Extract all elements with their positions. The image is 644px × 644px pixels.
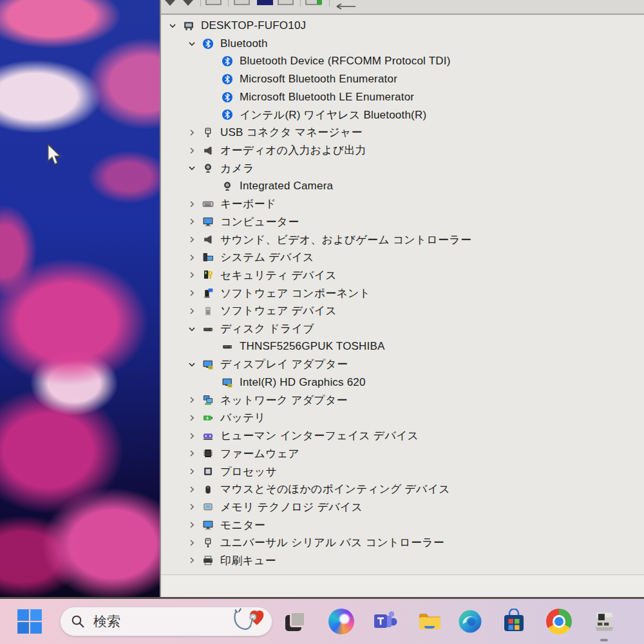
- tree-item[interactable]: 印刷キュー: [161, 552, 644, 570]
- tree-item[interactable]: THNSF5256GPUK TOSHIBA: [161, 337, 644, 355]
- tree-item-label: セキュリティ デバイス: [220, 268, 337, 283]
- tree-item[interactable]: コンピューター: [161, 213, 644, 231]
- tree-item[interactable]: カメラ: [161, 160, 644, 178]
- chevron-down-icon[interactable]: [187, 359, 197, 370]
- chevron-right-icon[interactable]: [187, 520, 197, 530]
- tree-item[interactable]: Microsoft Bluetooth LE Enumerator: [161, 88, 644, 106]
- tree-item[interactable]: Intel(R) HD Graphics 620: [161, 374, 644, 392]
- tree-item[interactable]: キーボード: [161, 195, 644, 213]
- tree-item[interactable]: サウンド、ビデオ、およびゲーム コントローラー: [161, 231, 644, 249]
- tree-item[interactable]: セキュリティ デバイス: [161, 267, 644, 285]
- chevron-right-icon[interactable]: [187, 431, 197, 441]
- tree-item[interactable]: ソフトウェア デバイス: [161, 302, 644, 320]
- tree-item[interactable]: Bluetooth Device (RFCOMM Protocol TDI): [161, 52, 644, 70]
- tree-item[interactable]: インテル(R) ワイヤレス Bluetooth(R): [161, 106, 644, 124]
- firmware-icon: [202, 448, 214, 459]
- tree-item[interactable]: システム デバイス: [161, 249, 644, 267]
- taskbar-edge-button[interactable]: [457, 609, 483, 634]
- chevron-right-icon[interactable]: [187, 270, 197, 280]
- toolbar-separator: [300, 0, 301, 6]
- processor-icon: [202, 466, 214, 477]
- tree-item[interactable]: メモリ テクノロジ デバイス: [161, 498, 644, 516]
- search-placeholder: 検索: [93, 612, 120, 630]
- toolbar-partial-arrow-2-icon[interactable]: [183, 0, 193, 6]
- task-view-back-square-icon: [290, 611, 306, 627]
- chevron-down-icon[interactable]: [187, 39, 197, 49]
- chevron-right-icon[interactable]: [187, 252, 197, 263]
- tree-item[interactable]: モニター: [161, 516, 644, 534]
- tree-item[interactable]: バッテリ: [161, 409, 644, 427]
- usb-icon: [202, 127, 214, 138]
- tree-item[interactable]: DESKTOP-FUFO10J: [161, 17, 644, 35]
- tree-item[interactable]: Integrated Camera: [161, 177, 644, 195]
- tree-item[interactable]: ファームウェア: [161, 445, 644, 463]
- tree-item[interactable]: プロセッサ: [161, 462, 644, 480]
- memory-icon: [202, 501, 214, 513]
- toolbar-partial-square-3-icon[interactable]: [278, 0, 294, 5]
- chevron-right-icon[interactable]: [187, 216, 197, 227]
- taskbar-chrome-button[interactable]: [546, 609, 572, 634]
- chevron-right-icon[interactable]: [187, 502, 197, 512]
- chevron-right-icon[interactable]: [187, 448, 197, 459]
- taskbar-teams-button[interactable]: [372, 609, 398, 634]
- search-input[interactable]: 検索: [60, 607, 272, 636]
- security-icon: [202, 269, 214, 281]
- chevron-right-icon[interactable]: [187, 538, 197, 548]
- chevron-right-icon[interactable]: [187, 234, 197, 245]
- chevron-right-icon[interactable]: [187, 128, 197, 138]
- printer-icon: [202, 554, 214, 566]
- taskbar-copilot-button[interactable]: [328, 609, 354, 634]
- tree-item[interactable]: Bluetooth: [161, 35, 644, 53]
- tree-item-label: プロセッサ: [220, 464, 277, 479]
- toolbar-partial-square-2-icon[interactable]: [234, 0, 250, 5]
- chevron-right-icon[interactable]: [187, 306, 197, 316]
- taskbar-microsoft-store-button[interactable]: [501, 609, 527, 634]
- chevron-down-icon[interactable]: [167, 21, 178, 31]
- chevron-down-icon[interactable]: [187, 324, 197, 334]
- tree-item-label: システム デバイス: [220, 250, 314, 265]
- tree-item-label: メモリ テクノロジ デバイス: [220, 500, 363, 515]
- chevron-right-icon[interactable]: [187, 466, 197, 477]
- microsoft-store-icon: [501, 609, 527, 634]
- window-toolbar: [161, 0, 644, 15]
- tree-item[interactable]: USB コネクタ マネージャー: [161, 124, 644, 142]
- tree-item[interactable]: ソフトウェア コンポーネント: [161, 284, 644, 302]
- start-button[interactable]: [17, 609, 43, 634]
- audio-icon: [202, 234, 214, 245]
- tree-item-label: マウスとそのほかのポインティング デバイス: [220, 482, 450, 497]
- tree-item-label: 印刷キュー: [220, 553, 276, 568]
- toolbar-partial-arrow-1-icon[interactable]: [165, 0, 175, 6]
- toolbar-partial-square-1-icon[interactable]: [205, 0, 222, 5]
- tree-item[interactable]: ディスク ドライブ: [161, 320, 644, 338]
- tree-item[interactable]: ユニバーサル シリアル バス コントローラー: [161, 534, 644, 552]
- chevron-right-icon[interactable]: [187, 555, 197, 565]
- tree-item[interactable]: ヒューマン インターフェイス デバイス: [161, 427, 644, 445]
- chevron-right-icon[interactable]: [187, 413, 197, 423]
- chevron-right-icon[interactable]: [187, 484, 197, 495]
- tree-item-label: ソフトウェア デバイス: [220, 303, 337, 318]
- tree-item[interactable]: マウスとそのほかのポインティング デバイス: [161, 480, 644, 498]
- chevron-down-icon[interactable]: [187, 163, 197, 173]
- taskbar-file-explorer-button[interactable]: [417, 609, 442, 634]
- tree-item-label: コンピューター: [220, 214, 299, 229]
- toolbar-back-arrow-icon[interactable]: [336, 1, 357, 12]
- task-view-button[interactable]: [283, 609, 308, 634]
- tree-item-label: ファームウェア: [220, 446, 299, 461]
- system-icon: [202, 252, 214, 263]
- chevron-right-icon[interactable]: [187, 395, 197, 405]
- tree-item[interactable]: Microsoft Bluetooth Enumerator: [161, 70, 644, 88]
- tree-item-label: モニター: [220, 518, 265, 533]
- taskbar-device-manager-button[interactable]: [591, 609, 617, 634]
- chevron-right-icon[interactable]: [187, 199, 197, 209]
- tree-item[interactable]: ネットワーク アダプター: [161, 391, 644, 409]
- toolbar-partial-square-green-icon[interactable]: [305, 0, 321, 5]
- device-tree: DESKTOP-FUFO10J Bluetooth Bluetooth Devi…: [161, 14, 644, 575]
- tree-item[interactable]: オーディオの入力および出力: [161, 142, 644, 160]
- tree-item-label: DESKTOP-FUFO10J: [201, 19, 306, 32]
- toolbar-partial-square-navy-icon[interactable]: [257, 0, 273, 5]
- chevron-right-icon[interactable]: [187, 288, 197, 298]
- tree-item[interactable]: ディスプレイ アダプター: [161, 355, 644, 374]
- chevron-right-icon[interactable]: [187, 146, 197, 156]
- bluetooth-icon: [222, 55, 233, 67]
- mouse-cursor-icon: [46, 143, 63, 166]
